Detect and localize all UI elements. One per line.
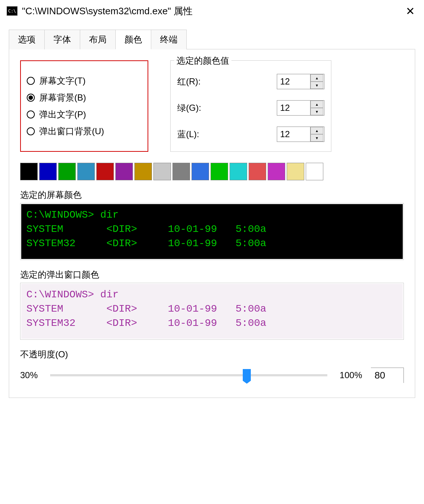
screen-preview: C:\WINDOWS> dir SYSTEM <DIR> 10-01-99 5:… <box>21 204 403 259</box>
radio-popup-text[interactable]: 弹出文字(P) <box>27 109 133 120</box>
opacity-label: 不透明度(O) <box>20 349 404 360</box>
red-spinner[interactable]: ▲ ▼ <box>277 74 324 89</box>
popup-preview-box: C:\WINDOWS> dir SYSTEM <DIR> 10-01-99 5:… <box>20 283 404 340</box>
radio-label: 弹出文字(P) <box>39 109 86 120</box>
green-input[interactable] <box>277 101 310 115</box>
opacity-input[interactable] <box>371 368 404 383</box>
color-swatch-7[interactable] <box>153 163 171 180</box>
green-label: 绿(G): <box>177 102 201 114</box>
opacity-max-label: 100% <box>340 370 362 380</box>
tab-layout[interactable]: 布局 <box>80 30 116 49</box>
radio-label: 屏幕文字(T) <box>39 75 86 87</box>
selected-color-values: 选定的颜色值 红(R): ▲ ▼ 绿(G): <box>170 60 331 152</box>
tab-terminal[interactable]: 终端 <box>151 30 187 49</box>
color-swatch-9[interactable] <box>191 163 209 180</box>
popup-preview-label: 选定的弹出窗口颜色 <box>20 269 404 281</box>
window-title: "C:\WINDOWS\system32\cmd.exe" 属性 <box>22 5 403 18</box>
opacity-section: 不透明度(O) 30% 100% <box>20 349 404 383</box>
cmd-icon: C:\ <box>7 6 18 16</box>
radio-icon <box>27 94 35 102</box>
tab-options[interactable]: 选项 <box>9 30 45 49</box>
color-swatch-1[interactable] <box>39 163 57 180</box>
color-swatch-10[interactable] <box>211 163 228 180</box>
color-palette <box>20 163 404 180</box>
radio-icon <box>27 77 35 85</box>
blue-spinner[interactable]: ▲ ▼ <box>277 127 324 142</box>
blue-input[interactable] <box>277 127 310 142</box>
color-swatch-6[interactable] <box>134 163 152 180</box>
opacity-thumb[interactable] <box>243 369 251 381</box>
color-swatch-15[interactable] <box>306 163 323 180</box>
color-swatch-13[interactable] <box>268 163 285 180</box>
radio-label: 弹出窗口背景(U) <box>39 125 104 137</box>
color-swatch-3[interactable] <box>77 163 95 180</box>
color-swatch-12[interactable] <box>249 163 266 180</box>
radio-label: 屏幕背景(B) <box>39 92 86 104</box>
tab-content-colors: 屏幕文字(T) 屏幕背景(B) 弹出文字(P) 弹出窗口背景(U) 选定的颜色值 <box>9 49 415 398</box>
color-swatch-11[interactable] <box>230 163 247 180</box>
tab-font[interactable]: 字体 <box>44 30 80 49</box>
color-swatch-5[interactable] <box>115 163 133 180</box>
red-input[interactable] <box>277 74 310 89</box>
color-swatch-0[interactable] <box>20 163 38 180</box>
color-swatch-14[interactable] <box>287 163 304 180</box>
tab-bar: 选项 字体 布局 颜色 终端 <box>9 29 415 49</box>
radio-icon <box>27 110 35 119</box>
tab-colors[interactable]: 颜色 <box>115 30 151 49</box>
color-swatch-8[interactable] <box>172 163 190 180</box>
screen-preview-box: C:\WINDOWS> dir SYSTEM <DIR> 10-01-99 5:… <box>20 203 404 260</box>
opacity-slider[interactable] <box>50 374 327 376</box>
color-swatch-2[interactable] <box>58 163 76 180</box>
color-target-group: 屏幕文字(T) 屏幕背景(B) 弹出文字(P) 弹出窗口背景(U) <box>20 60 148 152</box>
blue-down[interactable]: ▼ <box>310 134 323 142</box>
green-down[interactable]: ▼ <box>310 108 323 115</box>
blue-label: 蓝(L): <box>177 128 199 140</box>
radio-popup-background[interactable]: 弹出窗口背景(U) <box>27 125 133 137</box>
red-label: 红(R): <box>177 76 201 87</box>
popup-preview: C:\WINDOWS> dir SYSTEM <DIR> 10-01-99 5:… <box>21 284 403 339</box>
close-button[interactable]: ✕ <box>403 4 417 18</box>
radio-screen-text[interactable]: 屏幕文字(T) <box>27 75 133 87</box>
red-up[interactable]: ▲ <box>310 74 323 82</box>
blue-up[interactable]: ▲ <box>310 127 323 134</box>
opacity-min-label: 30% <box>20 370 38 380</box>
red-down[interactable]: ▼ <box>310 82 323 89</box>
green-up[interactable]: ▲ <box>310 101 323 108</box>
radio-icon <box>27 127 35 135</box>
screen-preview-label: 选定的屏幕颜色 <box>20 189 404 201</box>
radio-screen-background[interactable]: 屏幕背景(B) <box>27 92 133 104</box>
green-spinner[interactable]: ▲ ▼ <box>277 100 324 116</box>
color-values-legend: 选定的颜色值 <box>174 55 231 67</box>
color-swatch-4[interactable] <box>96 163 114 180</box>
titlebar: C:\ "C:\WINDOWS\system32\cmd.exe" 属性 ✕ <box>0 0 424 22</box>
